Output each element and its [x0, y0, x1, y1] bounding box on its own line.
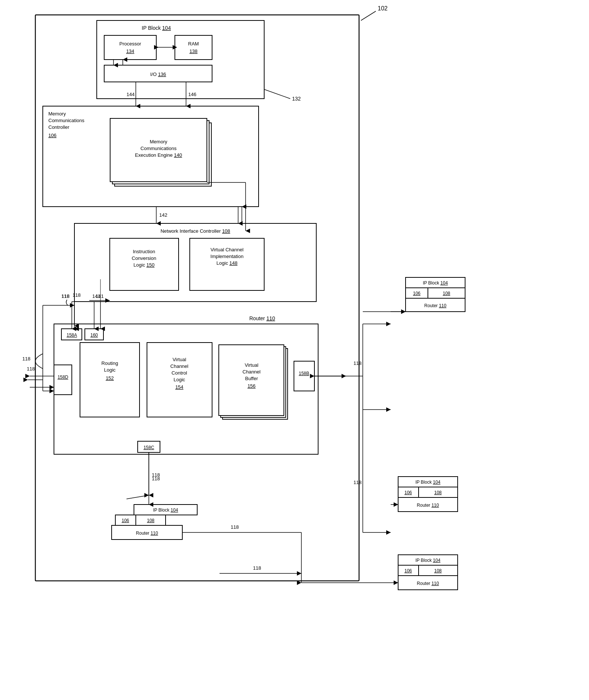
svg-line-16	[264, 89, 290, 99]
svg-text:IP Block 104: IP Block 104	[423, 280, 448, 286]
svg-text:Router 110: Router 110	[417, 503, 439, 508]
svg-rect-3	[97, 20, 264, 99]
svg-text:Routing: Routing	[102, 360, 118, 366]
svg-rect-0	[35, 15, 359, 581]
svg-rect-43	[190, 238, 264, 290]
svg-text:160: 160	[90, 332, 98, 338]
svg-rect-121	[112, 525, 182, 540]
svg-rect-117	[115, 515, 136, 525]
svg-rect-112	[406, 298, 465, 312]
svg-text:118: 118	[353, 480, 362, 485]
svg-text:Memory: Memory	[150, 139, 167, 144]
svg-rect-24	[112, 121, 209, 184]
page: 102 IP Block 104 Processor 134 RAM 138 I…	[0, 0, 589, 700]
svg-text:IP Block 104: IP Block 104	[153, 508, 178, 513]
svg-text:118: 118	[353, 360, 362, 366]
svg-text:Virtual: Virtual	[173, 357, 186, 362]
svg-text:Communications: Communications	[48, 118, 84, 123]
svg-rect-39	[110, 238, 179, 290]
svg-text:Controller: Controller	[48, 124, 70, 130]
svg-rect-51	[85, 329, 103, 340]
svg-rect-5	[104, 35, 156, 60]
svg-text:I/O 136: I/O 136	[150, 71, 166, 77]
svg-rect-138	[398, 576, 458, 590]
svg-text:118: 118	[231, 524, 239, 530]
svg-rect-23	[115, 123, 211, 186]
svg-text:Communications: Communications	[141, 146, 177, 151]
svg-rect-115	[134, 505, 197, 515]
svg-text:108: 108	[147, 518, 154, 523]
svg-text:118: 118	[152, 476, 160, 481]
svg-text:Implementation: Implementation	[211, 254, 244, 259]
svg-text:158B: 158B	[299, 371, 309, 376]
svg-text:108: 108	[434, 490, 442, 495]
svg-text:106: 106	[404, 490, 412, 495]
svg-text:Control: Control	[172, 370, 187, 376]
svg-text:Logic 150: Logic 150	[134, 262, 154, 268]
svg-rect-110	[428, 288, 465, 298]
svg-text:Router 110: Router 110	[136, 531, 158, 536]
svg-text:108: 108	[434, 568, 442, 573]
svg-rect-65	[223, 349, 288, 419]
svg-rect-49	[61, 329, 82, 340]
svg-rect-126	[398, 487, 419, 497]
svg-text:138: 138	[189, 48, 198, 54]
svg-text:Router 110: Router 110	[417, 581, 439, 586]
svg-text:IP Block 104: IP Block 104	[415, 480, 440, 485]
svg-rect-67	[219, 345, 284, 416]
svg-rect-134	[398, 565, 419, 576]
svg-text:106: 106	[413, 291, 420, 296]
svg-text:Execution Engine 140: Execution Engine 140	[135, 152, 182, 158]
svg-text:132: 132	[292, 96, 301, 102]
svg-text:118: 118	[27, 366, 35, 372]
svg-text:158D: 158D	[58, 375, 68, 380]
svg-text:Logic: Logic	[173, 377, 185, 382]
svg-rect-18	[43, 106, 259, 207]
svg-rect-12	[104, 65, 212, 82]
svg-text:Instruction: Instruction	[133, 249, 155, 254]
svg-text:Channel: Channel	[170, 363, 189, 369]
label-118-upper: 118	[73, 292, 81, 298]
svg-rect-72	[294, 361, 314, 391]
svg-line-1	[361, 11, 376, 20]
svg-text:Channel: Channel	[243, 369, 261, 375]
svg-text:154: 154	[175, 384, 183, 390]
svg-rect-119	[136, 515, 166, 525]
svg-rect-66	[221, 347, 286, 417]
svg-text:118: 118	[152, 472, 160, 478]
svg-text:106: 106	[404, 568, 412, 573]
svg-text:IP Block 104: IP Block 104	[142, 25, 171, 31]
svg-rect-8	[175, 35, 212, 60]
svg-text:158A: 158A	[67, 332, 77, 338]
svg-text:106: 106	[122, 518, 129, 523]
svg-text:Logic: Logic	[104, 367, 116, 373]
svg-text:158C: 158C	[144, 445, 154, 450]
svg-text:Router 110: Router 110	[424, 303, 446, 308]
svg-text:Logic 148: Logic 148	[217, 260, 237, 266]
svg-rect-132	[398, 555, 458, 565]
svg-rect-128	[419, 487, 458, 497]
svg-rect-25	[110, 118, 207, 182]
svg-rect-37	[74, 223, 316, 302]
svg-text:156: 156	[247, 383, 256, 389]
svg-text:118: 118	[61, 293, 70, 299]
svg-rect-136	[419, 565, 458, 576]
svg-text:Router 110: Router 110	[249, 315, 275, 321]
svg-text:118: 118	[61, 293, 70, 299]
svg-text:Processor: Processor	[119, 41, 141, 47]
svg-line-97	[127, 495, 149, 499]
svg-text:IP Block 104: IP Block 104	[415, 558, 440, 563]
svg-text:141: 141	[92, 293, 100, 299]
svg-rect-124	[398, 477, 458, 487]
svg-text:141: 141	[96, 293, 104, 299]
svg-rect-53	[54, 365, 72, 395]
svg-rect-59	[147, 343, 212, 417]
svg-rect-74	[138, 441, 160, 452]
svg-text:Virtual: Virtual	[245, 362, 259, 368]
svg-rect-108	[406, 288, 428, 298]
svg-text:106: 106	[48, 133, 57, 138]
svg-text:108: 108	[443, 291, 450, 296]
svg-text:RAM: RAM	[188, 41, 199, 47]
svg-text:142: 142	[159, 212, 167, 218]
svg-rect-47	[54, 324, 318, 454]
